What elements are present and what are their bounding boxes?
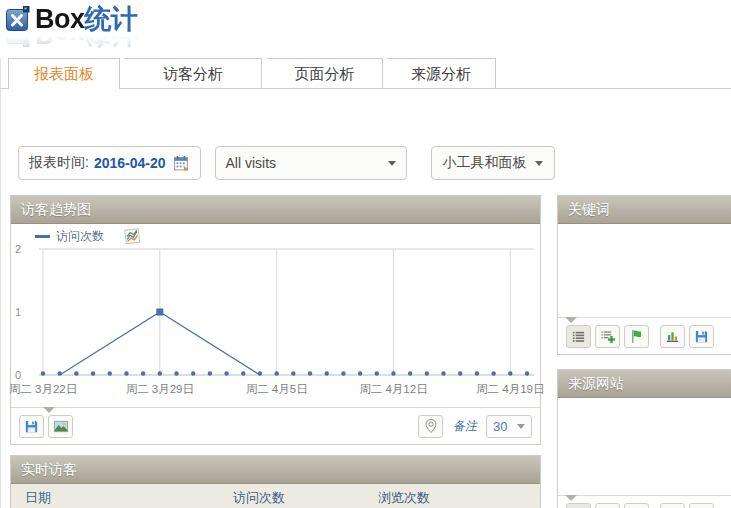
dashboard-right-column: 关键词	[557, 195, 731, 508]
widgets-menu-label: 小工具和面板	[443, 154, 527, 172]
bar-chart-button[interactable]	[660, 503, 685, 508]
export-image-button[interactable]	[48, 415, 73, 438]
referrers-body	[558, 398, 731, 495]
table-more-icon	[600, 329, 615, 344]
view-table-button[interactable]	[566, 503, 591, 508]
export-button[interactable]	[19, 415, 44, 438]
svg-text:1: 1	[15, 306, 21, 318]
dashboard-page: Box统计 报表面板 访客分析 页面分析 来源分析 报表时间: 2016-04-…	[0, 0, 731, 508]
main-nav-tabbar: 报表面板 访客分析 页面分析 来源分析	[0, 58, 731, 89]
column-header-visits[interactable]: 访问次数	[233, 489, 378, 507]
svg-text:0: 0	[15, 369, 21, 381]
svg-text:周二 3月29日: 周二 3月29日	[126, 383, 194, 395]
logo-icon	[6, 6, 30, 33]
goals-button[interactable]	[624, 503, 649, 508]
legend-series-label: 访问次数	[56, 228, 104, 245]
widget-realtime-visitors: 实时访客 日期 访问次数 浏览次数	[10, 455, 541, 508]
widget-realtime-header[interactable]: 实时访客	[11, 456, 540, 484]
date-range-selector[interactable]: 报表时间: 2016-04-20	[18, 146, 201, 180]
goals-button[interactable]	[624, 325, 649, 348]
realtime-table-header: 日期 访问次数 浏览次数	[11, 484, 540, 508]
widget-visitor-trend-header[interactable]: 访客趋势图	[11, 196, 540, 224]
widget-visitor-trend: 访客趋势图 访问次数 012周二 3月22日周二 3月29日周二 4月5日周二 …	[10, 195, 541, 445]
view-more-columns-button[interactable]	[595, 503, 620, 508]
widget-keywords: 关键词	[557, 195, 731, 355]
calendar-icon	[173, 155, 190, 172]
legend-series-swatch	[35, 235, 50, 238]
svg-text:周二 4月5日: 周二 4月5日	[246, 383, 308, 395]
image-export-icon	[53, 419, 69, 434]
tab-visitors[interactable]: 访客分析	[124, 58, 262, 88]
svg-text:周二 4月12日: 周二 4月12日	[359, 383, 427, 395]
visits-chart[interactable]: 012周二 3月22日周二 3月29日周二 4月5日周二 4月12日周二 4月1…	[11, 245, 540, 407]
segment-selector[interactable]: All visits	[215, 146, 407, 180]
svg-text:周二 4月19日: 周二 4月19日	[476, 383, 544, 395]
chevron-down-icon	[535, 161, 543, 166]
svg-text:周二 3月22日: 周二 3月22日	[9, 383, 77, 395]
keywords-body	[558, 224, 731, 317]
footer-expand-arrow-icon	[43, 407, 55, 413]
export-button[interactable]	[689, 325, 714, 348]
filter-bar: 报表时间: 2016-04-20 All visits 小工具和面板	[18, 146, 555, 180]
rows-count-selector[interactable]: 30	[486, 415, 532, 438]
page-left-border	[0, 58, 1, 508]
table-icon	[571, 329, 586, 344]
annotations-link[interactable]: 备注	[453, 418, 477, 435]
tab-pages[interactable]: 页面分析	[267, 58, 383, 88]
logo-text-primary: Box	[35, 4, 85, 34]
goal-flag-icon	[629, 329, 644, 344]
chart-image-icon	[124, 228, 141, 245]
visitor-trend-body: 访问次数 012周二 3月22日周二 3月29日周二 4月5日周二 4月12日周…	[11, 224, 540, 407]
footer-expand-arrow-icon	[565, 495, 577, 501]
tab-dashboard[interactable]: 报表面板	[8, 58, 120, 89]
referrers-footer	[558, 495, 731, 508]
bar-chart-button[interactable]	[660, 325, 685, 348]
date-range-label: 报表时间:	[29, 154, 89, 172]
footer-expand-arrow-icon	[565, 317, 577, 323]
widget-referrer-websites: 来源网站	[557, 369, 731, 508]
view-table-button[interactable]	[566, 325, 591, 348]
dashboard-left-column: 访客趋势图 访问次数 012周二 3月22日周二 3月29日周二 4月5日周二 …	[10, 195, 541, 508]
segment-selector-value: All visits	[226, 155, 277, 171]
bar-chart-icon	[665, 329, 680, 344]
view-more-columns-button[interactable]	[595, 325, 620, 348]
rows-count-value: 30	[493, 419, 507, 434]
annotations-button[interactable]	[418, 415, 443, 438]
app-logo[interactable]: Box统计	[6, 4, 138, 34]
keywords-footer	[558, 317, 731, 354]
visitor-trend-footer: 备注 30	[11, 407, 540, 444]
tab-referrers[interactable]: 来源分析	[387, 58, 496, 88]
column-header-pageviews[interactable]: 浏览次数	[378, 489, 540, 507]
date-range-value: 2016-04-20	[94, 155, 166, 171]
annotation-pin-icon	[423, 418, 439, 434]
column-header-date[interactable]: 日期	[11, 489, 233, 507]
svg-text:2: 2	[15, 243, 21, 255]
chevron-down-icon	[388, 161, 396, 166]
chart-legend: 访问次数	[11, 228, 540, 245]
chevron-down-icon	[517, 424, 525, 429]
logo-text-secondary: 统计	[85, 4, 138, 34]
widgets-menu-button[interactable]: 小工具和面板	[431, 146, 555, 180]
widget-keywords-header[interactable]: 关键词	[558, 196, 731, 224]
widget-referrers-header[interactable]: 来源网站	[558, 370, 731, 398]
export-save-icon	[694, 329, 709, 344]
export-save-icon	[24, 419, 39, 434]
logo-text: Box统计	[35, 4, 138, 34]
export-button[interactable]	[689, 503, 714, 508]
